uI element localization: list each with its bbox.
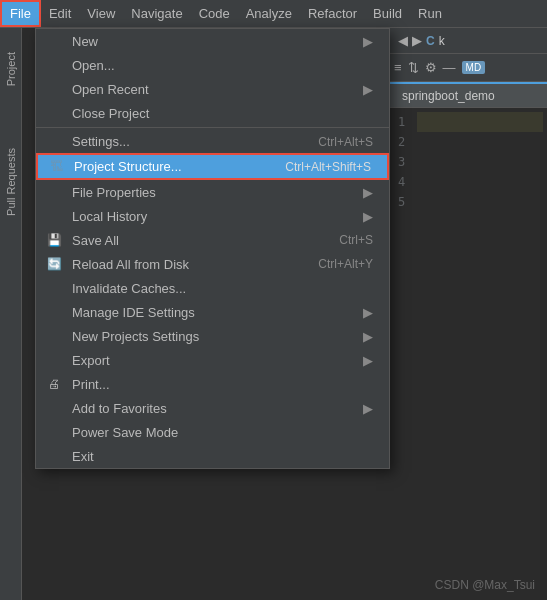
menubar-analyze-label: Analyze bbox=[246, 6, 292, 21]
menu-item-local-history[interactable]: Local History ▶ bbox=[36, 204, 389, 228]
toolbar-icon-3[interactable]: ⚙ bbox=[425, 60, 437, 75]
menu-item-open[interactable]: Open... bbox=[36, 53, 389, 77]
new-projects-arrow-icon: ▶ bbox=[363, 329, 373, 344]
menubar-build-label: Build bbox=[373, 6, 402, 21]
file-dropdown-menu: New ▶ Open... Open Recent ▶ Close Projec… bbox=[35, 28, 390, 469]
menu-item-manage-ide[interactable]: Manage IDE Settings ▶ bbox=[36, 300, 389, 324]
local-history-arrow-icon: ▶ bbox=[363, 209, 373, 224]
menubar-code-label: Code bbox=[199, 6, 230, 21]
menu-item-exit[interactable]: Exit bbox=[36, 444, 389, 468]
editor-area: ◀ ▶ C k ≡ ⇅ ⚙ — MD springboot_demo 1 2 3… bbox=[390, 28, 547, 600]
menu-item-save-all[interactable]: 💾 Save All Ctrl+S bbox=[36, 228, 389, 252]
new-arrow-icon: ▶ bbox=[363, 34, 373, 49]
menu-item-project-structure[interactable]: 🏗 Project Structure... Ctrl+Alt+Shift+S bbox=[36, 153, 389, 180]
save-all-shortcut: Ctrl+S bbox=[339, 233, 373, 247]
code-line-3 bbox=[417, 152, 543, 172]
line-numbers: 1 2 3 4 5 bbox=[390, 112, 413, 212]
menubar-refactor[interactable]: Refactor bbox=[300, 0, 365, 27]
open-recent-arrow-icon: ▶ bbox=[363, 82, 373, 97]
sidebar-strip: Project Pull Requests bbox=[0, 28, 22, 600]
menubar-navigate[interactable]: Navigate bbox=[123, 0, 190, 27]
toolbar-icon-4[interactable]: — bbox=[443, 60, 456, 75]
menu-save-all-label: Save All bbox=[72, 233, 119, 248]
menubar-code[interactable]: Code bbox=[191, 0, 238, 27]
menu-export-label: Export bbox=[72, 353, 110, 368]
menu-new-label: New bbox=[72, 34, 98, 49]
menu-item-new[interactable]: New ▶ bbox=[36, 29, 389, 53]
settings-shortcut: Ctrl+Alt+S bbox=[318, 135, 373, 149]
manage-ide-arrow-icon: ▶ bbox=[363, 305, 373, 320]
menu-item-invalidate[interactable]: Invalidate Caches... bbox=[36, 276, 389, 300]
line-4: 4 bbox=[398, 172, 405, 192]
menu-item-add-favorites[interactable]: Add to Favorites ▶ bbox=[36, 396, 389, 420]
menu-open-recent-label: Open Recent bbox=[72, 82, 149, 97]
menu-item-open-recent[interactable]: Open Recent ▶ bbox=[36, 77, 389, 101]
code-line-5 bbox=[417, 192, 543, 212]
back-icon[interactable]: ◀ bbox=[398, 33, 408, 48]
menubar-analyze[interactable]: Analyze bbox=[238, 0, 300, 27]
menu-file-properties-label: File Properties bbox=[72, 185, 156, 200]
editor-tab-filename[interactable]: springboot_demo bbox=[402, 89, 495, 103]
menu-reload-label: Reload All from Disk bbox=[72, 257, 189, 272]
watermark: CSDN @Max_Tsui bbox=[435, 578, 535, 592]
project-label[interactable]: Project bbox=[5, 52, 17, 86]
line-2: 2 bbox=[398, 132, 405, 152]
code-line-1 bbox=[417, 112, 543, 132]
pull-requests-label[interactable]: Pull Requests bbox=[5, 148, 17, 216]
menu-project-structure-label: Project Structure... bbox=[74, 159, 182, 174]
menu-item-settings[interactable]: Settings... Ctrl+Alt+S bbox=[36, 127, 389, 153]
menubar-refactor-label: Refactor bbox=[308, 6, 357, 21]
forward-icon[interactable]: ▶ bbox=[412, 33, 422, 48]
menu-item-export[interactable]: Export ▶ bbox=[36, 348, 389, 372]
menu-item-new-projects[interactable]: New Projects Settings ▶ bbox=[36, 324, 389, 348]
line-5: 5 bbox=[398, 192, 405, 212]
menu-item-power-save[interactable]: Power Save Mode bbox=[36, 420, 389, 444]
code-area[interactable] bbox=[413, 112, 547, 212]
menubar-run-label: Run bbox=[418, 6, 442, 21]
reload-icon: 🔄 bbox=[44, 257, 64, 271]
file-type-badge: C bbox=[426, 34, 435, 48]
menu-local-history-label: Local History bbox=[72, 209, 147, 224]
menu-item-file-properties[interactable]: File Properties ▶ bbox=[36, 180, 389, 204]
md-badge: MD bbox=[462, 61, 486, 74]
menubar-edit[interactable]: Edit bbox=[41, 0, 79, 27]
menubar-navigate-label: Navigate bbox=[131, 6, 182, 21]
menu-manage-ide-label: Manage IDE Settings bbox=[72, 305, 195, 320]
menu-settings-label: Settings... bbox=[72, 134, 130, 149]
menubar-file[interactable]: File bbox=[0, 0, 41, 27]
menu-item-reload[interactable]: 🔄 Reload All from Disk Ctrl+Alt+Y bbox=[36, 252, 389, 276]
menubar-view[interactable]: View bbox=[79, 0, 123, 27]
menubar: File Edit View Navigate Code Analyze Ref… bbox=[0, 0, 547, 28]
code-line-4 bbox=[417, 172, 543, 192]
breadcrumb: k bbox=[439, 34, 445, 48]
menu-power-save-label: Power Save Mode bbox=[72, 425, 178, 440]
line-1: 1 bbox=[398, 112, 405, 132]
reload-shortcut: Ctrl+Alt+Y bbox=[318, 257, 373, 271]
toolbar-icon-2[interactable]: ⇅ bbox=[408, 60, 419, 75]
menubar-build[interactable]: Build bbox=[365, 0, 410, 27]
print-icon: 🖨 bbox=[44, 377, 64, 391]
menubar-view-label: View bbox=[87, 6, 115, 21]
save-all-icon: 💾 bbox=[44, 233, 64, 247]
line-3: 3 bbox=[398, 152, 405, 172]
menu-item-close-project[interactable]: Close Project bbox=[36, 101, 389, 125]
menu-exit-label: Exit bbox=[72, 449, 94, 464]
project-structure-shortcut: Ctrl+Alt+Shift+S bbox=[285, 160, 371, 174]
menu-open-label: Open... bbox=[72, 58, 115, 73]
menu-invalidate-label: Invalidate Caches... bbox=[72, 281, 186, 296]
export-arrow-icon: ▶ bbox=[363, 353, 373, 368]
watermark-text: CSDN @Max_Tsui bbox=[435, 578, 535, 592]
menubar-edit-label: Edit bbox=[49, 6, 71, 21]
menubar-file-label: File bbox=[10, 6, 31, 21]
menu-new-projects-label: New Projects Settings bbox=[72, 329, 199, 344]
editor-content: 1 2 3 4 5 bbox=[390, 108, 547, 216]
menu-close-project-label: Close Project bbox=[72, 106, 149, 121]
menu-print-label: Print... bbox=[72, 377, 110, 392]
menu-add-favorites-label: Add to Favorites bbox=[72, 401, 167, 416]
add-favorites-arrow-icon: ▶ bbox=[363, 401, 373, 416]
menu-item-print[interactable]: 🖨 Print... bbox=[36, 372, 389, 396]
menubar-run[interactable]: Run bbox=[410, 0, 450, 27]
code-line-2 bbox=[417, 132, 543, 152]
project-structure-icon: 🏗 bbox=[46, 159, 66, 174]
toolbar-icon-1[interactable]: ≡ bbox=[394, 60, 402, 75]
